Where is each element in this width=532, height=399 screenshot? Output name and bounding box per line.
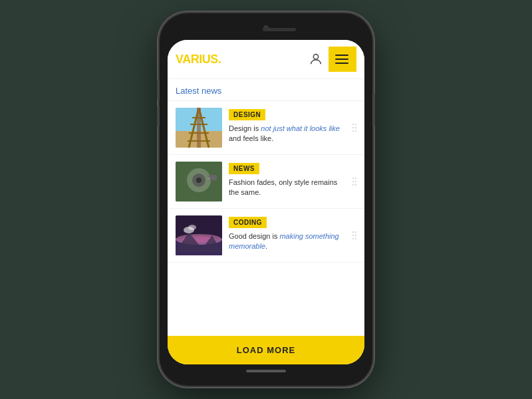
news-text-news: Fashion fades, only style remains the sa… [229, 178, 348, 198]
svg-point-21 [188, 225, 196, 230]
user-account-button[interactable] [303, 49, 329, 69]
menu-line-3 [335, 63, 348, 64]
page-title-bar: Latest news [168, 79, 364, 101]
news-thumb-news [176, 162, 222, 201]
news-em-coding: making something memorable [229, 232, 339, 250]
news-category-design[interactable]: DESIGN [229, 109, 265, 120]
phone-frame: VARIUS. Latest news [160, 13, 372, 386]
logo-text: VARIUS [176, 53, 218, 66]
menu-line-2 [335, 59, 348, 60]
news-category-news[interactable]: NEWS [229, 163, 259, 174]
drag-handle-coding [348, 231, 356, 239]
page-title: Latest news [176, 86, 221, 96]
svg-rect-14 [207, 178, 210, 180]
news-item-news[interactable]: NEWS Fashion fades, only style remains t… [168, 155, 364, 209]
news-image-svg [176, 162, 222, 201]
design-image-svg [176, 108, 222, 148]
phone-screen: VARIUS. Latest news [168, 40, 364, 364]
speaker-grille [263, 28, 296, 31]
svg-rect-2 [176, 131, 222, 148]
thumb-design-image [176, 108, 222, 148]
news-em-design: not just what it looks like [261, 124, 340, 132]
menu-button[interactable] [329, 47, 356, 72]
news-item-design[interactable]: DESIGN Design is not just what it looks … [168, 101, 364, 155]
home-indicator [246, 370, 286, 372]
volume-down-button [157, 106, 160, 126]
user-icon [309, 52, 323, 66]
svg-point-12 [196, 178, 201, 183]
news-content-coding: CODING Good design is making something m… [229, 215, 348, 252]
news-item-coding[interactable]: CODING Good design is making something m… [168, 209, 364, 263]
news-thumb-coding [176, 215, 222, 255]
load-more-button[interactable]: LOAD MORE [168, 336, 364, 364]
thumb-news-image [176, 162, 222, 201]
phone-top-bar [168, 21, 364, 40]
app-header: VARIUS. [168, 40, 364, 79]
news-list[interactable]: DESIGN Design is not just what it looks … [168, 101, 364, 336]
logo-dot: . [218, 53, 221, 66]
news-thumb-design [176, 108, 222, 148]
volume-up-button [157, 80, 160, 100]
drag-handle-news [348, 178, 356, 186]
phone-bottom-bar [168, 364, 364, 378]
coding-image-svg [176, 215, 222, 255]
drag-handle-design [348, 124, 356, 132]
app-logo: VARIUS. [176, 53, 221, 66]
news-content-news: NEWS Fashion fades, only style remains t… [229, 162, 348, 198]
news-content-design: DESIGN Design is not just what it looks … [229, 108, 348, 144]
news-category-coding[interactable]: CODING [229, 217, 267, 228]
news-text-coding: Good design is making something memorabl… [229, 231, 348, 252]
power-button [372, 93, 375, 126]
thumb-coding-image [176, 215, 222, 255]
svg-point-0 [313, 55, 318, 59]
menu-line-1 [335, 55, 348, 56]
header-icons [303, 47, 356, 72]
news-text-design: Design is not just what it looks like an… [229, 124, 348, 144]
